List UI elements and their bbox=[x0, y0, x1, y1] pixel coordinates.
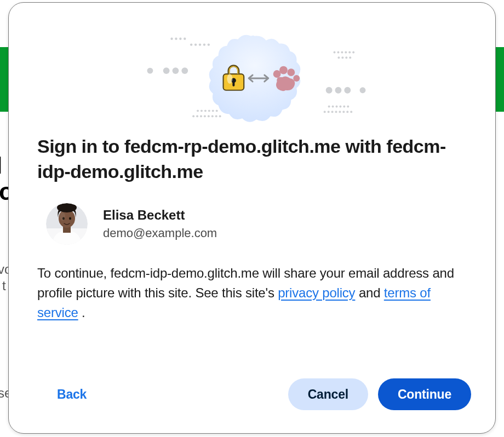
svg-point-7 bbox=[203, 43, 205, 45]
svg-point-2 bbox=[179, 38, 181, 40]
svg-point-22 bbox=[204, 115, 206, 117]
svg-point-50 bbox=[352, 51, 354, 53]
svg-point-43 bbox=[346, 111, 348, 113]
svg-point-14 bbox=[201, 110, 203, 112]
svg-point-45 bbox=[334, 51, 336, 53]
privacy-policy-link[interactable]: privacy policy bbox=[278, 285, 355, 300]
svg-point-21 bbox=[200, 115, 202, 117]
svg-point-15 bbox=[204, 110, 207, 112]
bg-text: I bbox=[0, 151, 2, 180]
svg-point-71 bbox=[60, 212, 65, 221]
svg-point-34 bbox=[339, 105, 341, 107]
svg-point-5 bbox=[194, 43, 197, 45]
svg-point-27 bbox=[326, 87, 333, 94]
account-email: demo@example.com bbox=[103, 226, 217, 240]
svg-point-29 bbox=[344, 87, 351, 94]
svg-point-23 bbox=[208, 115, 210, 117]
svg-point-38 bbox=[328, 111, 330, 113]
svg-point-51 bbox=[337, 56, 340, 59]
dialog-illustration bbox=[37, 25, 471, 129]
svg-point-52 bbox=[341, 56, 343, 59]
svg-point-35 bbox=[343, 105, 345, 107]
svg-point-6 bbox=[199, 43, 201, 45]
svg-point-19 bbox=[192, 115, 194, 117]
svg-point-16 bbox=[208, 110, 210, 112]
svg-point-18 bbox=[216, 110, 218, 112]
svg-point-41 bbox=[339, 111, 341, 113]
svg-point-46 bbox=[337, 51, 339, 53]
svg-point-36 bbox=[347, 105, 349, 107]
svg-point-42 bbox=[342, 111, 345, 113]
svg-point-49 bbox=[348, 51, 351, 53]
svg-point-17 bbox=[212, 110, 214, 112]
svg-point-31 bbox=[328, 105, 330, 107]
svg-point-47 bbox=[341, 51, 343, 53]
disclosure-and: and bbox=[359, 285, 384, 300]
svg-point-10 bbox=[163, 67, 170, 74]
svg-point-39 bbox=[331, 111, 334, 113]
svg-point-57 bbox=[227, 74, 233, 84]
svg-point-28 bbox=[335, 87, 342, 94]
svg-point-9 bbox=[147, 68, 153, 74]
svg-rect-56 bbox=[232, 82, 234, 87]
avatar bbox=[46, 203, 88, 245]
signin-dialog: Sign in to fedcm-rp-demo.glitch.me with … bbox=[8, 2, 496, 434]
continue-button[interactable]: Continue bbox=[378, 378, 471, 410]
svg-point-33 bbox=[336, 105, 338, 107]
svg-point-61 bbox=[287, 68, 295, 76]
svg-point-24 bbox=[211, 115, 214, 117]
svg-point-32 bbox=[332, 105, 334, 107]
svg-point-44 bbox=[350, 111, 352, 113]
svg-point-26 bbox=[219, 115, 221, 117]
bg-text: t bbox=[2, 278, 6, 294]
disclosure-suffix: . bbox=[82, 305, 85, 320]
account-row: Elisa Beckett demo@example.com bbox=[37, 203, 471, 245]
dialog-title: Sign in to fedcm-rp-demo.glitch.me with … bbox=[37, 134, 470, 185]
cancel-button[interactable]: Cancel bbox=[288, 378, 368, 410]
disclosure-text: To continue, fedcm-idp-demo.glitch.me wi… bbox=[37, 263, 471, 323]
svg-point-11 bbox=[173, 67, 179, 74]
svg-point-20 bbox=[196, 115, 198, 117]
svg-point-1 bbox=[175, 38, 177, 40]
svg-point-8 bbox=[208, 43, 210, 45]
svg-point-60 bbox=[279, 66, 288, 74]
svg-point-0 bbox=[170, 38, 173, 40]
svg-point-37 bbox=[324, 111, 326, 113]
svg-point-70 bbox=[69, 217, 71, 220]
button-row: Back Cancel Continue bbox=[37, 378, 471, 410]
svg-point-40 bbox=[335, 111, 337, 113]
svg-point-54 bbox=[349, 56, 351, 59]
svg-point-4 bbox=[190, 43, 192, 45]
svg-point-13 bbox=[197, 110, 199, 112]
account-name: Elisa Beckett bbox=[103, 208, 217, 223]
back-button[interactable]: Back bbox=[37, 378, 106, 410]
svg-point-53 bbox=[345, 56, 347, 59]
svg-point-3 bbox=[184, 38, 186, 40]
svg-point-48 bbox=[345, 51, 347, 53]
svg-point-30 bbox=[360, 87, 366, 93]
svg-point-12 bbox=[181, 67, 188, 74]
svg-point-25 bbox=[215, 115, 217, 117]
